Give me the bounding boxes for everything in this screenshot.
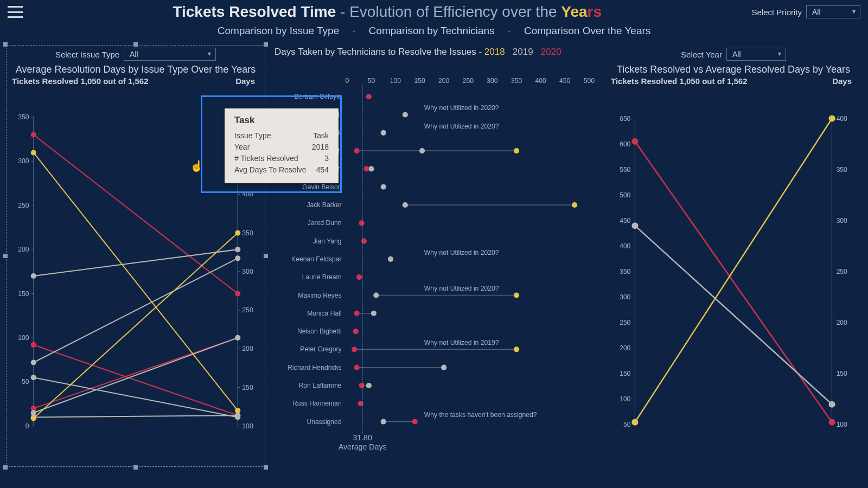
svg-text:200: 200	[837, 319, 847, 326]
svg-text:200: 200	[18, 246, 29, 253]
svg-line-63	[34, 233, 238, 419]
svg-text:300: 300	[620, 293, 630, 301]
legend-2018[interactable]: 2018	[484, 47, 505, 57]
svg-text:500: 500	[584, 77, 595, 85]
issue-type-value: All	[130, 50, 138, 59]
svg-text:Why not Utilized in 2020?: Why not Utilized in 2020?	[424, 123, 499, 130]
svg-text:Jack Barker: Jack Barker	[307, 201, 341, 209]
svg-text:400: 400	[837, 115, 847, 123]
svg-point-46	[31, 273, 36, 279]
svg-point-126	[366, 383, 372, 388]
svg-text:150: 150	[837, 370, 847, 377]
svg-point-96	[572, 202, 577, 208]
svg-text:650: 650	[620, 115, 630, 123]
right-chart[interactable]: 5010015020025030035040045050055060065010…	[608, 90, 859, 464]
left-sub-left: Tickets Resolved 1,050 out of 1,562	[12, 76, 149, 86]
svg-text:100: 100	[18, 334, 29, 342]
svg-point-59	[235, 413, 240, 418]
svg-text:Why not Utilized in 2020?: Why not Utilized in 2020?	[424, 104, 499, 112]
svg-point-37	[31, 132, 36, 137]
svg-text:Why not Utilized in 2020?: Why not Utilized in 2020?	[424, 285, 499, 292]
svg-text:250: 250	[242, 306, 253, 314]
svg-point-50	[235, 255, 240, 261]
svg-text:Unassigned: Unassigned	[307, 418, 341, 426]
right-panel: Select Year All Tickets Resolved vs Aver…	[604, 44, 863, 467]
year-dropdown[interactable]: All	[726, 48, 786, 61]
svg-point-123	[354, 365, 360, 370]
svg-text:300: 300	[837, 217, 847, 224]
svg-point-86	[419, 148, 425, 153]
svg-text:250: 250	[463, 77, 474, 85]
svg-text:350: 350	[837, 166, 847, 174]
tooltip-heading: Task	[234, 115, 329, 126]
svg-text:400: 400	[535, 77, 546, 85]
svg-point-170	[829, 401, 835, 408]
priority-value: All	[812, 8, 821, 16]
hamburger-menu[interactable]	[8, 6, 23, 18]
svg-line-54	[34, 338, 238, 413]
svg-point-64	[31, 415, 36, 421]
legend-2019[interactable]: 2019	[513, 47, 533, 57]
tooltip-v1: Task	[313, 130, 329, 142]
svg-line-165	[635, 142, 832, 422]
nav-technicians[interactable]: Comparison by Technicians	[369, 25, 495, 37]
title-sub-yellow: Yea	[561, 3, 587, 20]
svg-text:Jared Dunn: Jared Dunn	[308, 219, 342, 227]
svg-text:200: 200	[242, 345, 253, 352]
svg-point-112	[371, 311, 376, 316]
svg-point-38	[235, 291, 240, 296]
tooltip-v4: 454	[316, 164, 329, 176]
legend-2020[interactable]: 2020	[541, 47, 561, 57]
svg-text:Keenan Feldspar: Keenan Feldspar	[291, 255, 342, 263]
svg-text:Russ Hanneman: Russ Hanneman	[292, 400, 342, 407]
svg-text:Laurie Bream: Laurie Bream	[302, 273, 342, 281]
svg-line-39	[34, 345, 238, 415]
mid-title-pre: Days Taken by Technicians to Resolve the…	[275, 47, 484, 57]
svg-point-118	[514, 346, 519, 352]
year-value: All	[732, 50, 741, 59]
svg-line-48	[34, 258, 238, 362]
svg-text:200: 200	[438, 77, 450, 85]
svg-text:500: 500	[620, 191, 630, 199]
svg-point-166	[631, 138, 638, 145]
svg-point-62	[235, 408, 240, 413]
svg-text:Richard Hendricks: Richard Hendricks	[288, 364, 341, 371]
tooltip-v2: 2018	[312, 142, 329, 153]
svg-point-115	[353, 329, 359, 334]
svg-text:50: 50	[623, 421, 631, 428]
tooltip-k1: Issue Type	[234, 130, 271, 142]
nav-years[interactable]: Comparison Over the Years	[524, 25, 650, 37]
svg-point-82	[381, 130, 386, 136]
svg-point-172	[631, 419, 638, 426]
svg-line-57	[34, 415, 238, 417]
svg-point-87	[354, 148, 360, 153]
cursor-icon: ☝️	[190, 159, 203, 172]
svg-text:Why the tasks haven't been ass: Why the tasks haven't been assigned?	[424, 411, 537, 419]
svg-text:Why not Utilized in 2020?: Why not Utilized in 2020?	[424, 249, 499, 256]
svg-point-47	[235, 247, 240, 252]
tooltip: Task Issue TypeTask Year2018 # Tickets R…	[225, 108, 339, 183]
title-sub-red: rs	[588, 3, 602, 20]
svg-text:350: 350	[620, 268, 630, 275]
svg-text:Nelson Bighetti: Nelson Bighetti	[297, 328, 342, 335]
right-title: Tickets Resolved vs Average Resolved Day…	[604, 64, 863, 75]
svg-point-169	[631, 222, 638, 229]
svg-point-52	[31, 375, 36, 380]
nav-issue-type[interactable]: Comparison by Issue Type	[218, 25, 340, 37]
svg-point-173	[829, 115, 835, 121]
svg-text:150: 150	[620, 370, 630, 377]
svg-point-108	[514, 292, 519, 298]
svg-text:Peter Gregory: Peter Gregory	[300, 345, 342, 353]
svg-point-61	[31, 150, 36, 155]
priority-dropdown[interactable]: All	[806, 5, 860, 18]
svg-point-133	[412, 419, 418, 424]
tooltip-k4: Avg Days To Resolve	[234, 164, 307, 176]
left-title: Average Resolution Days by Issue Type Ov…	[5, 64, 266, 75]
svg-text:Why not Utilized in 2019?: Why not Utilized in 2019?	[424, 339, 499, 346]
svg-point-132	[381, 419, 386, 424]
svg-point-85	[514, 148, 519, 153]
issue-type-dropdown[interactable]: All	[124, 48, 216, 61]
svg-point-119	[352, 346, 357, 352]
svg-point-90	[368, 166, 374, 171]
svg-point-78	[366, 94, 372, 99]
